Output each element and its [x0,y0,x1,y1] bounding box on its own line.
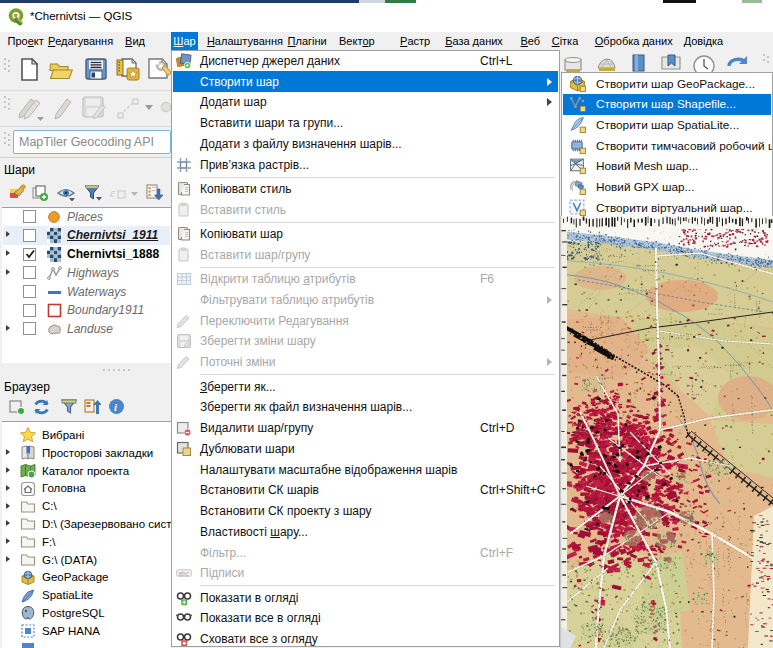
svg-text:abc: abc [178,570,189,577]
svg-text:ε: ε [110,185,116,200]
